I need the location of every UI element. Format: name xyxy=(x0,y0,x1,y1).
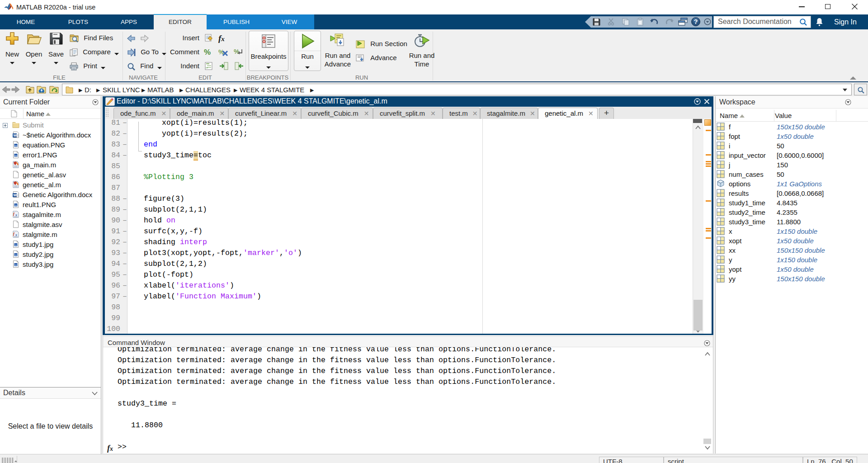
svg-text:W: W xyxy=(14,133,17,137)
svg-text:%: % xyxy=(234,48,240,55)
svg-text:W: W xyxy=(14,193,17,197)
svg-text:%: % xyxy=(204,48,211,57)
svg-text:?: ? xyxy=(694,18,698,25)
svg-text:x: x xyxy=(15,213,17,217)
svg-text:x: x xyxy=(15,233,17,237)
